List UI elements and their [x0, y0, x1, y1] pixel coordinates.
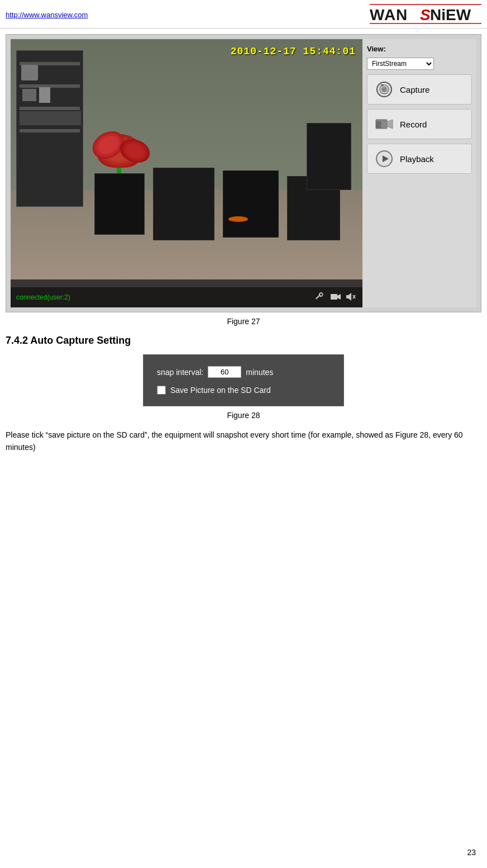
view-stream-select[interactable]: FirstStream SecondStream [367, 58, 434, 70]
status-icons [314, 291, 357, 304]
settings-dialog: snap interval: minutes Save Picture on t… [143, 354, 344, 406]
section-742-heading: 7.4.2 Auto Capture Setting [6, 335, 481, 347]
website-link[interactable]: http://www.wansview.com [6, 11, 88, 19]
save-picture-row: Save Picture on the SD Card [157, 386, 330, 395]
scene-chair1 [94, 173, 145, 235]
body-text: Please tick “save picture on the SD card… [6, 429, 481, 454]
svg-text:NiEW: NiEW [430, 6, 471, 23]
figure27-container: 2010-12-17 15:44:01 connected(user:2) [6, 34, 481, 312]
capture-icon [374, 79, 394, 99]
snap-unit: minutes [246, 368, 273, 377]
svg-point-12 [381, 87, 387, 92]
timestamp: 2010-12-17 15:44:01 [231, 46, 356, 57]
camera-status-bar: connected(user:2) [11, 287, 362, 307]
scene-chair3 [223, 170, 279, 238]
scene-object [228, 216, 248, 222]
record-icon [374, 114, 394, 134]
svg-rect-13 [381, 84, 384, 86]
svg-text:WAN: WAN [370, 6, 408, 23]
figure28-caption: Figure 28 [6, 411, 481, 420]
right-control-panel: View: FirstStream SecondStream [362, 39, 476, 307]
snap-interval-input[interactable] [208, 366, 241, 378]
scene-chair2 [153, 168, 214, 240]
camera-image: 2010-12-17 15:44:01 connected(user:2) [11, 39, 362, 307]
svg-rect-5 [331, 294, 337, 300]
view-label: View: [367, 45, 472, 53]
capture-button[interactable]: Capture [367, 74, 472, 105]
figure28-wrapper: snap interval: minutes Save Picture on t… [6, 354, 481, 406]
playback-label: Playback [400, 154, 434, 164]
page-header: http://www.wansview.com WAN S NiEW [0, 0, 487, 29]
camera-feed: 2010-12-17 15:44:01 connected(user:2) [11, 39, 362, 307]
settings-icon[interactable] [314, 291, 326, 304]
volume-icon[interactable] [346, 291, 357, 304]
save-picture-checkbox[interactable] [157, 386, 166, 395]
figure27-caption: Figure 27 [6, 317, 481, 326]
page-number: 23 [467, 848, 476, 857]
playback-icon [374, 149, 394, 169]
logo: WAN S NiEW [370, 3, 481, 26]
scene-monitor [307, 123, 351, 190]
snap-interval-row: snap interval: minutes [157, 366, 330, 378]
record-label: Record [400, 120, 427, 129]
connection-status: connected(user:2) [16, 293, 70, 301]
svg-marker-6 [337, 294, 341, 300]
svg-rect-14 [376, 120, 387, 129]
svg-text:S: S [420, 6, 431, 23]
scene-shelves [16, 50, 83, 207]
logo-image: WAN S NiEW [370, 3, 481, 26]
main-content: 2010-12-17 15:44:01 connected(user:2) [0, 29, 487, 464]
capture-label: Capture [400, 85, 429, 94]
save-picture-label: Save Picture on the SD Card [170, 386, 271, 395]
video-icon[interactable] [330, 291, 341, 304]
svg-marker-18 [387, 120, 393, 129]
playback-button[interactable]: Playback [367, 144, 472, 174]
record-button[interactable]: Record [367, 109, 472, 139]
snap-label: snap interval: [157, 368, 203, 377]
camera-scene [11, 39, 362, 307]
camera-layout: 2010-12-17 15:44:01 connected(user:2) [11, 39, 476, 307]
svg-marker-7 [346, 293, 351, 301]
